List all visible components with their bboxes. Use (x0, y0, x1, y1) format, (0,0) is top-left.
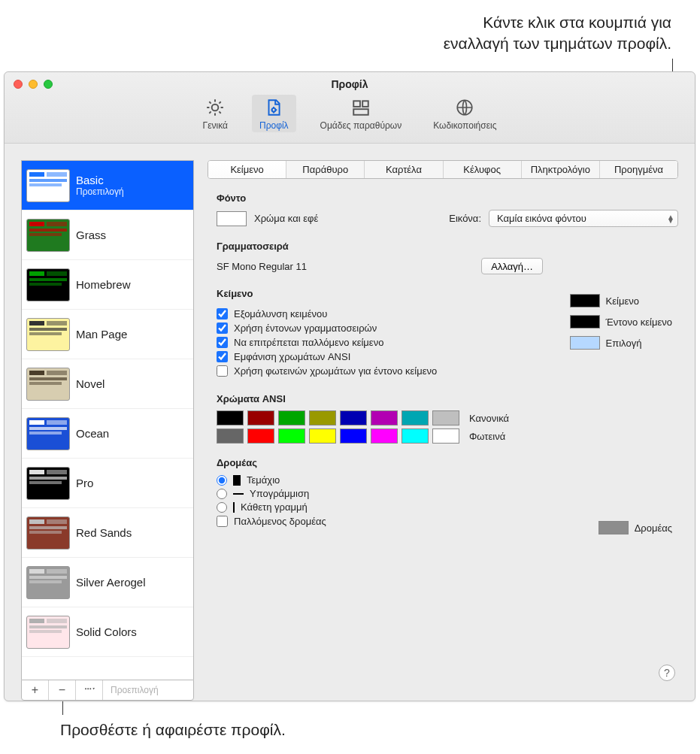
cursor-blink-checkbox[interactable] (217, 516, 228, 527)
callout-bottom: Προσθέστε ή αφαιρέστε προφίλ. (60, 721, 286, 739)
background-color-swatch[interactable] (217, 211, 247, 226)
ansi-color-swatch[interactable] (278, 428, 305, 444)
cursor-shape-radio[interactable] (217, 489, 227, 499)
profile-row[interactable]: Pro (22, 459, 193, 508)
background-color-label: Χρώμα και εφέ (254, 213, 318, 224)
section-ansi: Χρώματα ANSI (217, 393, 678, 404)
text-color-swatch[interactable] (570, 294, 600, 307)
svg-point-6 (85, 688, 86, 689)
ansi-color-swatch[interactable] (340, 428, 367, 444)
cursor-color-swatch[interactable] (598, 521, 629, 534)
ansi-row-label: Φωτεινά (469, 431, 505, 442)
profile-thumbnail (26, 169, 70, 202)
remove-profile-button[interactable]: − (49, 680, 76, 700)
ansi-row-label: Κανονικά (469, 413, 509, 424)
text-option-label: Χρήση έντονων γραμματοσειρών (234, 322, 377, 334)
text-option-label: Χρήση φωτεινών χρωμάτων για έντονο κείμε… (234, 365, 437, 377)
profile-thumbnail (26, 219, 70, 252)
svg-rect-4 (353, 109, 368, 115)
ansi-color-swatch[interactable] (217, 410, 244, 425)
minimize-icon[interactable] (29, 80, 38, 89)
ansi-color-swatch[interactable] (340, 410, 367, 425)
profile-thumbnail (26, 566, 70, 599)
profiles-list[interactable]: Basic Προεπιλογή Grass Homebrew (21, 160, 194, 680)
text-option-checkbox[interactable] (217, 322, 228, 334)
tab-παράθυρο[interactable]: Παράθυρο (286, 161, 365, 178)
profile-row[interactable]: Ocean (22, 409, 193, 459)
ansi-color-swatch[interactable] (432, 428, 459, 444)
profile-row[interactable]: Silver Aerogel (22, 558, 193, 607)
svg-rect-3 (362, 101, 368, 107)
ansi-color-swatch[interactable] (402, 410, 429, 425)
text-option-checkbox[interactable] (217, 308, 228, 319)
profile-name: Pro (76, 477, 93, 489)
profile-default-label: Προεπιλογή (76, 186, 124, 197)
text-color-label: Επιλογή (606, 338, 642, 349)
profile-row[interactable]: Novel (22, 359, 193, 409)
profile-name: Red Sands (76, 526, 132, 539)
ansi-color-swatch[interactable] (247, 428, 274, 444)
profile-row[interactable]: Grass (22, 210, 193, 260)
zoom-icon[interactable] (44, 80, 53, 89)
profile-thumbnail (26, 368, 70, 401)
ansi-color-swatch[interactable] (432, 410, 459, 425)
profile-name: Homebrew (76, 278, 131, 291)
ansi-color-swatch[interactable] (402, 428, 429, 444)
text-color-swatch[interactable] (570, 315, 600, 329)
titlebar: Προφίλ ΓενικάΠροφίλΟμάδες παραθύρωνΚωδικ… (5, 72, 695, 144)
toolbar-label: Προφίλ (259, 120, 289, 131)
profile-row[interactable]: Red Sands (22, 508, 193, 558)
cursor-shape-label: Τεμάχιο (247, 474, 280, 486)
svg-rect-2 (353, 101, 360, 107)
profiles-sidebar: Basic Προεπιλογή Grass Homebrew (5, 144, 194, 701)
profile-row[interactable]: Man Page (22, 310, 193, 359)
text-option-checkbox[interactable] (217, 337, 228, 348)
toolbar-label: Κωδικοποιήσεις (433, 120, 496, 131)
add-profile-button[interactable]: + (22, 680, 49, 700)
font-current: SF Mono Regular 11 (217, 261, 307, 272)
help-button[interactable]: ? (659, 665, 675, 681)
cursor-shape-label: Κάθετη γραμμή (241, 501, 308, 513)
ansi-color-swatch[interactable] (247, 410, 274, 425)
callout-top: Κάντε κλικ στα κουμπιά για εναλλαγή των … (0, 12, 671, 55)
cursor-shape-radio[interactable] (217, 475, 227, 486)
toolbar-item-γενικά[interactable]: Γενικά (195, 95, 235, 132)
text-color-label: Κείμενο (606, 295, 639, 307)
close-icon[interactable] (14, 80, 23, 89)
change-font-button[interactable]: Αλλαγή… (481, 258, 543, 274)
ansi-color-swatch[interactable] (371, 410, 398, 425)
toolbar-item-κωδικοποιήσεις[interactable]: Κωδικοποιήσεις (426, 95, 504, 132)
profile-thumbnail (26, 616, 70, 649)
ansi-color-swatch[interactable] (309, 428, 336, 444)
profile-row[interactable]: Homebrew (22, 260, 193, 310)
text-option-checkbox[interactable] (217, 365, 228, 377)
ansi-color-swatch[interactable] (217, 428, 244, 444)
text-option-label: Να επιτρέπεται παλλόμενο κείμενο (234, 337, 383, 348)
profile-row[interactable]: Solid Colors (22, 607, 193, 657)
ansi-color-swatch[interactable] (309, 410, 336, 425)
profile-name: Ocean (76, 427, 109, 440)
cursor-shape-radio[interactable] (217, 502, 227, 513)
toolbar-item-προφίλ[interactable]: Προφίλ (252, 95, 296, 132)
profile-actions-menu[interactable] (76, 680, 103, 700)
toolbar-item-ομάδες παραθύρων[interactable]: Ομάδες παραθύρων (313, 95, 410, 132)
text-option-label: Εμφάνιση χρωμάτων ANSI (234, 351, 350, 362)
text-option-checkbox[interactable] (217, 351, 228, 362)
set-default-button[interactable]: Προεπιλογή (103, 680, 166, 700)
tab-πληκτρολόγιο[interactable]: Πληκτρολόγιο (522, 161, 600, 178)
tab-κείμενο[interactable]: Κείμενο (208, 161, 286, 178)
tab-προηγμένα[interactable]: Προηγμένα (600, 161, 677, 178)
text-color-label: Έντονο κείμενο (606, 316, 672, 328)
ansi-color-swatch[interactable] (278, 410, 305, 425)
cursor-color-label: Δρομέας (635, 522, 672, 534)
svg-point-0 (212, 104, 219, 111)
chevron-up-down-icon: ▲▼ (667, 215, 674, 223)
profile-thumbnail (26, 417, 70, 450)
background-image-popup[interactable]: Καμία εικόνα φόντου ▲▼ (489, 210, 678, 227)
profile-thumbnail (26, 516, 70, 550)
text-color-swatch[interactable] (570, 336, 600, 350)
tab-κέλυφος[interactable]: Κέλυφος (444, 161, 522, 178)
profile-row[interactable]: Basic Προεπιλογή (22, 161, 193, 210)
ansi-color-swatch[interactable] (371, 428, 398, 444)
tab-καρτέλα[interactable]: Καρτέλα (365, 161, 443, 178)
